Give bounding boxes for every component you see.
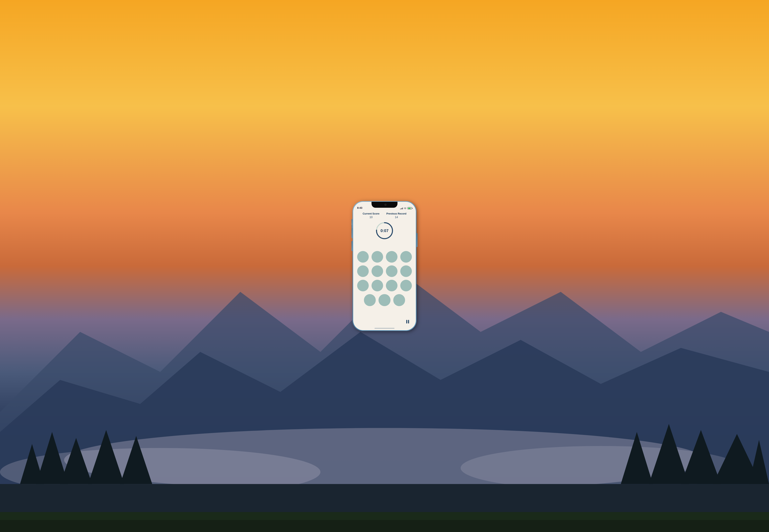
- home-bar[interactable]: [374, 328, 395, 329]
- dot-3-3[interactable]: [386, 280, 398, 291]
- current-score-value: 10: [369, 216, 373, 219]
- signal-icon: [400, 207, 403, 209]
- timer-display: 0:07: [380, 228, 389, 233]
- dot-3-1[interactable]: [357, 280, 369, 291]
- current-score-block: Current Score 10: [362, 212, 379, 219]
- power-button[interactable]: [417, 233, 418, 247]
- current-score-label: Current Score: [362, 212, 379, 215]
- notch: [371, 202, 398, 208]
- pause-icon: [406, 320, 409, 323]
- mute-button[interactable]: [351, 219, 352, 225]
- timer-area: 0:07: [353, 219, 416, 242]
- status-icons: [400, 207, 412, 209]
- previous-record-label: Previous Record: [386, 212, 406, 215]
- dot-grid-row4: [364, 294, 405, 306]
- dot-2-4[interactable]: [400, 265, 412, 277]
- volume-down-button[interactable]: [351, 241, 352, 251]
- dot-2-3[interactable]: [386, 265, 398, 277]
- phone-screen: 8:43: [353, 202, 416, 330]
- phone-mockup: 8:43: [352, 201, 417, 331]
- dot-2-1[interactable]: [357, 265, 369, 277]
- previous-record-value: 14: [395, 216, 398, 219]
- dot-2-2[interactable]: [371, 265, 383, 277]
- dot-4-3[interactable]: [393, 294, 405, 306]
- front-camera: [384, 204, 387, 206]
- status-time: 8:43: [357, 206, 362, 209]
- wifi-icon: [404, 207, 407, 209]
- dot-grid-row3: [357, 280, 412, 291]
- game-grid-area: [353, 242, 416, 317]
- volume-up-button[interactable]: [351, 228, 352, 238]
- phone-frame: 8:43: [352, 201, 417, 331]
- dot-1-2[interactable]: [371, 251, 383, 263]
- score-area: Current Score 10 Previous Record 14: [353, 211, 416, 219]
- dot-4-2[interactable]: [378, 294, 390, 306]
- timer-circle: 0:07: [375, 222, 394, 240]
- dot-grid-row2: [357, 265, 412, 277]
- bottom-bar: [353, 317, 416, 328]
- home-indicator: [353, 328, 416, 330]
- dot-1-3[interactable]: [386, 251, 398, 263]
- battery-icon: [408, 207, 412, 209]
- dot-4-1[interactable]: [364, 294, 376, 306]
- dot-grid-row1: [357, 251, 412, 263]
- dot-3-2[interactable]: [371, 280, 383, 291]
- dot-3-4[interactable]: [400, 280, 412, 291]
- pause-button[interactable]: [405, 318, 411, 325]
- dot-1-4[interactable]: [400, 251, 412, 263]
- previous-record-block: Previous Record 14: [386, 212, 406, 219]
- dot-1-1[interactable]: [357, 251, 369, 263]
- svg-rect-17: [0, 520, 769, 532]
